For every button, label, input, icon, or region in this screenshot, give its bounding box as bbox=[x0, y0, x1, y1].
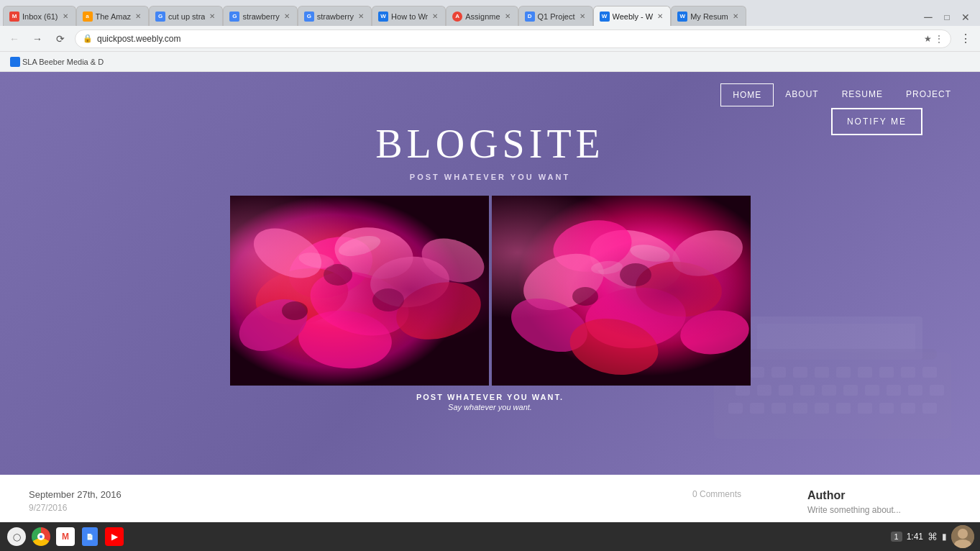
site-title: BLOGSITE bbox=[375, 121, 605, 167]
flower-svg-right bbox=[492, 196, 751, 386]
tab-close-q1[interactable]: ✕ bbox=[578, 12, 587, 21]
svg-point-37 bbox=[251, 261, 352, 331]
svg-point-42 bbox=[296, 306, 393, 372]
howto-favicon: W bbox=[378, 12, 388, 22]
tab-close-weebly[interactable]: ✕ bbox=[656, 12, 664, 21]
tab-google1[interactable]: G cut up stra ✕ bbox=[149, 6, 223, 26]
user-avatar bbox=[951, 525, 974, 548]
maximize-button[interactable]: □ bbox=[938, 9, 956, 26]
svg-point-48 bbox=[336, 232, 382, 260]
nav-project[interactable]: PROJECT bbox=[894, 83, 963, 106]
nav-resume[interactable]: RESUME bbox=[830, 83, 894, 106]
tab-google1-label: cut up stra bbox=[168, 12, 205, 21]
nav-home[interactable]: HOME bbox=[720, 83, 774, 106]
menu-icon[interactable]: ⋮ bbox=[935, 34, 943, 44]
image-grid bbox=[216, 196, 765, 386]
svg-point-51 bbox=[582, 221, 687, 301]
svg-point-56 bbox=[503, 288, 595, 362]
svg-point-52 bbox=[549, 214, 635, 278]
tab-close-google1[interactable]: ✕ bbox=[208, 12, 216, 21]
tab-howto[interactable]: W How to Wr ✕ bbox=[372, 6, 446, 26]
image-caption: POST WHATEVER YOU WANT. Say whatever you… bbox=[416, 386, 564, 411]
tab-resume[interactable]: W My Resum ✕ bbox=[671, 6, 746, 26]
tab-close-resume[interactable]: ✕ bbox=[731, 12, 740, 21]
flower-svg-left bbox=[230, 196, 489, 386]
tab-amazon[interactable]: a The Amaz ✕ bbox=[76, 6, 150, 26]
address-bar: ← → ⟳ 🔒 quickpost.weebly.com ★ ⋮ ⋮ bbox=[0, 26, 980, 52]
tab-close-assign[interactable]: ✕ bbox=[503, 12, 512, 21]
tab-weebly[interactable]: W Weebly - W ✕ bbox=[593, 6, 672, 26]
tab-close-amazon[interactable]: ✕ bbox=[134, 12, 142, 21]
back-button[interactable]: ← bbox=[6, 30, 23, 47]
lock-icon: 🔒 bbox=[83, 34, 93, 43]
forward-button[interactable]: → bbox=[29, 30, 46, 47]
svg-point-44 bbox=[416, 230, 489, 290]
comments-count[interactable]: 0 Comments bbox=[692, 489, 779, 499]
tab-gmail[interactable]: M Inbox (61) ✕ bbox=[3, 6, 76, 26]
tab-q1[interactable]: D Q1 Project ✕ bbox=[518, 6, 593, 26]
tab-howto-label: How to Wr bbox=[391, 12, 428, 21]
browser-frame: M Inbox (61) ✕ a The Amaz ✕ G cut up str… bbox=[0, 0, 980, 551]
star-icon[interactable]: ★ bbox=[924, 34, 932, 44]
url-bar[interactable]: 🔒 quickpost.weebly.com ★ ⋮ bbox=[75, 29, 951, 48]
svg-point-61 bbox=[590, 260, 623, 276]
svg-point-45 bbox=[324, 264, 352, 286]
launcher-icon: ◯ bbox=[7, 527, 26, 546]
taskbar-launcher[interactable]: ◯ bbox=[6, 526, 27, 547]
author-title: Author bbox=[807, 489, 951, 502]
tab-google3-label: strawberry bbox=[317, 12, 354, 21]
tab-google3[interactable]: G strawberry ✕ bbox=[298, 6, 372, 26]
bookmark-favicon bbox=[10, 57, 20, 67]
svg-point-59 bbox=[677, 306, 751, 359]
svg-point-65 bbox=[958, 529, 968, 539]
flower-image-left[interactable] bbox=[230, 196, 489, 386]
gmail-favicon: M bbox=[9, 12, 19, 22]
tab-close-howto[interactable]: ✕ bbox=[431, 12, 439, 21]
tab-assign[interactable]: A Assignme ✕ bbox=[446, 6, 518, 26]
website-content: HOME ABOUT RESUME PROJECT NOTIFY ME BLOG… bbox=[0, 72, 980, 551]
caption-main: POST WHATEVER YOU WANT. bbox=[416, 393, 564, 401]
svg-point-40 bbox=[246, 219, 329, 288]
tab-resume-label: My Resum bbox=[690, 12, 728, 21]
nav-about[interactable]: ABOUT bbox=[774, 83, 830, 106]
author-text: Write something about... bbox=[807, 505, 951, 515]
tab-close-gmail[interactable]: ✕ bbox=[61, 12, 70, 21]
gmail-icon: M bbox=[56, 527, 75, 546]
svg-point-39 bbox=[368, 253, 452, 310]
taskbar-youtube[interactable]: ▶ bbox=[104, 526, 125, 547]
hero-section: HOME ABOUT RESUME PROJECT NOTIFY ME BLOG… bbox=[0, 72, 980, 475]
svg-point-62 bbox=[620, 263, 651, 286]
svg-point-43 bbox=[231, 289, 316, 361]
bookmark-label: SLA Beeber Media & D bbox=[22, 58, 104, 66]
tab-close-google2[interactable]: ✕ bbox=[283, 12, 291, 21]
tab-google2-label: strawberry bbox=[242, 12, 279, 21]
svg-point-63 bbox=[572, 287, 598, 306]
google3-favicon: G bbox=[304, 12, 314, 22]
taskbar-docs[interactable]: 📄 bbox=[79, 526, 101, 547]
minimize-button[interactable]: ─ bbox=[920, 9, 937, 26]
svg-point-35 bbox=[280, 226, 380, 309]
post-link[interactable]: 9/27/2016 bbox=[29, 503, 664, 513]
svg-point-49 bbox=[297, 250, 335, 270]
svg-point-53 bbox=[633, 258, 723, 320]
resume-favicon: W bbox=[677, 12, 687, 22]
battery-icon: ▮ bbox=[942, 532, 947, 542]
chrome-menu-button[interactable]: ⋮ bbox=[957, 29, 974, 48]
svg-point-57 bbox=[667, 223, 747, 283]
site-subtitle: POST WHATEVER YOU WANT bbox=[410, 173, 570, 181]
bookmarks-bar: SLA Beeber Media & D bbox=[0, 52, 980, 72]
taskbar-gmail[interactable]: M bbox=[55, 526, 76, 547]
svg-point-55 bbox=[582, 283, 688, 352]
bookmark-sla[interactable]: SLA Beeber Media & D bbox=[6, 55, 108, 68]
tab-google2[interactable]: G strawberry ✕ bbox=[223, 6, 297, 26]
close-button[interactable]: ✕ bbox=[957, 9, 974, 26]
post-date: September 27th, 2016 bbox=[29, 489, 664, 500]
taskbar-chrome[interactable] bbox=[30, 526, 52, 547]
tab-assign-label: Assignme bbox=[465, 12, 500, 21]
taskbar-time: 1:41 bbox=[907, 532, 923, 542]
flower-image-right[interactable] bbox=[492, 196, 751, 386]
site-nav: HOME ABOUT RESUME PROJECT bbox=[0, 72, 980, 106]
refresh-button[interactable]: ⟳ bbox=[52, 30, 69, 47]
youtube-icon: ▶ bbox=[105, 527, 124, 546]
tab-close-google3[interactable]: ✕ bbox=[357, 12, 365, 21]
